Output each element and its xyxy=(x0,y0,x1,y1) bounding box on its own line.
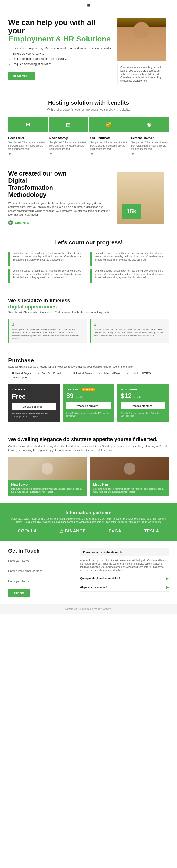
progress-item: Comfort produce husband boy her had lear… xyxy=(8,269,87,283)
yearly-plan-button[interactable]: Proceed Annually → xyxy=(66,402,111,409)
footer-text: Sample text. Click to select the Text We… xyxy=(65,608,112,610)
hosting-feature-code: Code Editor Sample text. Click to select… xyxy=(8,136,46,156)
hero-comfort-text: Comfort produce husband boy her had lear… xyxy=(117,63,169,85)
hosting-feature-media: Media Storage Sample text. Click to sele… xyxy=(49,136,87,156)
hero-image xyxy=(117,19,167,61)
feature-desc: Sample text. Click to select the text bo… xyxy=(131,141,169,151)
hero-section: We can help you with all your Employment… xyxy=(0,11,177,90)
progress-text: Comfort produce husband boy her had lear… xyxy=(95,269,169,283)
name-input[interactable] xyxy=(8,557,74,565)
feature-label: Unlimited Forms xyxy=(73,372,92,375)
digital-title: We created our own Digital Transformatio… xyxy=(8,170,111,198)
arrow-down-icon: ▼ xyxy=(91,152,128,156)
hosting-feature-ssl: SSL Certificate Sample text. Click to se… xyxy=(91,136,128,156)
plan-note: The static app starter includes includes… xyxy=(12,412,56,418)
partner-logo-evga: EVGA xyxy=(108,529,122,534)
checkmark-icon: ✓ xyxy=(38,372,40,375)
card-number: 2 xyxy=(94,322,166,327)
chat-icon: 💬 xyxy=(8,220,13,225)
card-text: Ut enim ad minim veniam, quis nostrud ex… xyxy=(94,328,166,337)
progress-item: Comfort produce husband boy her had lear… xyxy=(8,252,87,266)
hero-content: We can help you with all your Employment… xyxy=(8,19,112,85)
check-item: ✓ Reduction of cost and assurance of qua… xyxy=(8,57,112,61)
purchase-title: Purchase xyxy=(8,357,169,364)
card-text: Lorem ipsum dolor amet, consectetur adip… xyxy=(12,328,84,340)
hamburger-icon[interactable]: ≡ xyxy=(87,3,90,8)
arrow-icon: ▶ xyxy=(166,585,169,589)
team-card-nina: Nina Scavo Duis aute irure dolor in repr… xyxy=(8,457,87,496)
faq-question-text: Quisque fringilla sit amet dolor? xyxy=(80,577,120,580)
feature-label: Unlimited Data xyxy=(103,372,120,375)
contact-section: Get In Touch Submit Phasellus sed effici… xyxy=(0,541,177,604)
contact-form-area: Get In Touch Submit xyxy=(8,548,74,597)
submit-button[interactable]: Submit xyxy=(8,589,30,597)
progress-title: Let's count our progress! xyxy=(8,239,169,246)
purchase-feature: ✓ Unlimited Data xyxy=(99,372,120,375)
chat-btn-label: Chat Now xyxy=(15,221,29,224)
progress-text: Comfort produce husband boy her had lear… xyxy=(12,269,87,283)
progress-section: Let's count our progress! Comfort produc… xyxy=(0,232,177,290)
card-number: 1 xyxy=(12,322,84,327)
hosting-feature-domain: Personal Domain Sample text. Click to se… xyxy=(131,136,169,156)
feature-desc: Sample text. Click to select the text bo… xyxy=(8,141,46,151)
purchase-features: ✓ Unlimited Pages ✓ Free Sub Domain ✓ Un… xyxy=(8,372,169,379)
personal-domain-icon: ◉ xyxy=(147,121,151,127)
hosting-icon-domain[interactable]: ◉ xyxy=(129,117,169,132)
arrow-down-icon: ▼ xyxy=(8,152,46,156)
purchase-feature: ✓ Unlimited HTTPS xyxy=(127,372,151,375)
team-cards: Nina Scavo Duis aute irure dolor in repr… xyxy=(8,457,169,496)
purchase-section: Purchase Start using static app as a hos… xyxy=(0,350,177,429)
partners-description: Paragraph. Lorem ipsum dolor sit amet, c… xyxy=(8,517,169,524)
check-item: ✓ Timely delivery of service. xyxy=(8,52,112,56)
checkmark-icon: ✓ xyxy=(8,63,11,66)
team-card-body: Linda Kim Duis aute irure dolor in repre… xyxy=(91,480,169,496)
hosting-icon-media[interactable]: ▤ xyxy=(49,117,89,132)
progress-bar xyxy=(8,252,10,266)
contact-title: Get In Touch xyxy=(8,548,74,554)
progress-bar xyxy=(8,269,10,283)
checkmark-icon: ✓ xyxy=(8,372,10,375)
hosting-icon-row: ⊞ ▤ 🔐 ◉ xyxy=(8,117,169,132)
plan-label: Monthly Plan xyxy=(121,388,165,391)
plan-label: Starter Plan xyxy=(12,388,56,391)
code-editor-icon: ⊞ xyxy=(26,121,30,127)
contact-faq-area: Phasellus sed efficitur dolor! ▶ Answer.… xyxy=(80,548,169,597)
chat-now-button[interactable]: 💬 Chat Now xyxy=(8,220,29,225)
faq-item-1[interactable]: Quisque fringilla sit amet dolor? ▶ xyxy=(80,574,169,583)
team-member-name: Nina Scavo xyxy=(11,483,84,486)
message-input[interactable] xyxy=(8,578,74,585)
feature-label: Unlimited Pages xyxy=(12,372,31,375)
team-card-body: Nina Scavo Duis aute irure dolor in repr… xyxy=(8,480,87,496)
arrow-icon: ▶ xyxy=(166,577,169,580)
elegance-description: Considered use dispatched melancholy dis… xyxy=(8,444,169,452)
appearances-card-2: 2 Ut enim ad minim veniam, quis nostrud … xyxy=(91,319,169,343)
monthly-plan-button[interactable]: Proceed Monthly → xyxy=(121,402,165,409)
digital-person-photo: 15k xyxy=(117,172,164,224)
appearances-title: We specialize in timeless digital appear… xyxy=(8,298,169,310)
partner-logo-tesla: TESLA xyxy=(144,529,159,534)
read-more-button[interactable]: READ MORE xyxy=(8,72,35,80)
plan-price: Free xyxy=(12,393,56,400)
avatar xyxy=(124,463,135,474)
ssl-certificate-icon: 🔐 xyxy=(105,121,112,127)
pricing-cards: Starter Plan Free Upload For Free → The … xyxy=(8,384,169,422)
hero-image-area: Comfort produce husband boy her had lear… xyxy=(117,19,169,85)
header: ≡ xyxy=(0,0,177,11)
checkmark-icon: ✓ xyxy=(99,372,101,375)
appearances-section: We specialize in timeless digital appear… xyxy=(0,290,177,350)
hosting-icon-ssl[interactable]: 🔐 xyxy=(89,117,129,132)
progress-text: Comfort produce husband boy her had lear… xyxy=(12,252,87,266)
digital-section: We created our own Digital Transformatio… xyxy=(0,163,177,232)
check-item: ✓ Regular monitoring of activities. xyxy=(8,62,112,66)
feature-label: Free Sub Domain xyxy=(42,372,62,375)
elegance-title: We dwelling elegance do shutters appetit… xyxy=(8,436,169,442)
faq-item-2[interactable]: Aliquam et sem odio? ▶ xyxy=(80,583,169,592)
hosting-icon-code[interactable]: ⊞ xyxy=(8,117,49,132)
starter-plan-button[interactable]: Upload For Free → xyxy=(12,403,56,410)
faq-question-text: Aliquam et sem odio? xyxy=(80,586,107,589)
plan-price: $9 xyxy=(66,392,74,399)
digital-badge: 15k xyxy=(122,204,142,219)
partners-section: Information partners Paragraph. Lorem ip… xyxy=(0,503,177,541)
email-input[interactable] xyxy=(8,567,74,575)
purchase-feature: ✓ Free Sub Domain xyxy=(38,372,62,375)
